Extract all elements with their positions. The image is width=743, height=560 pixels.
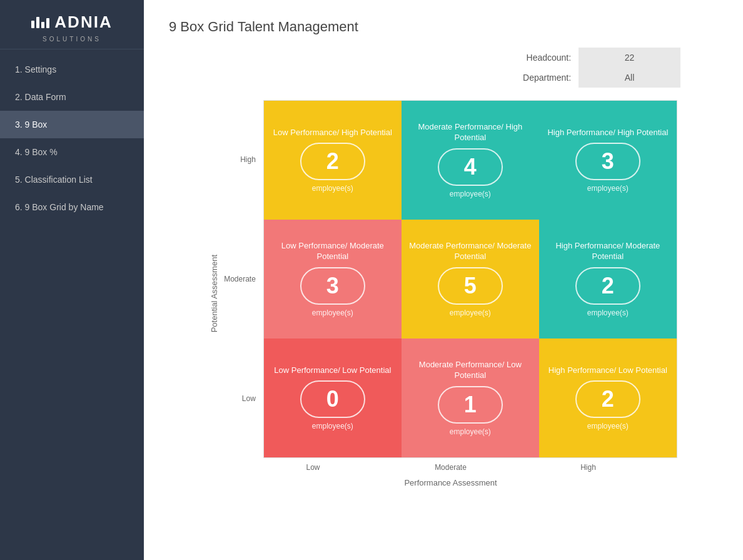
- nine-box-grid: Low Performance/ High Potential2employee…: [263, 100, 677, 458]
- cell-count: 3: [326, 275, 339, 297]
- y-labels-and-grid: HighModerateLow Low Performance/ High Po…: [224, 100, 677, 458]
- cell-count: 2: [602, 388, 614, 410]
- cell-employee-label: employee(s): [587, 422, 629, 430]
- cell-employee-label: employee(s): [312, 422, 353, 430]
- sidebar-item-data-form[interactable]: 2. Data Form: [0, 83, 144, 111]
- department-value: All: [579, 68, 680, 88]
- cell-count: 3: [602, 150, 614, 173]
- y-tick-high: High: [224, 100, 258, 220]
- department-label: Department:: [493, 68, 579, 88]
- cell-count-pill: 0: [300, 380, 365, 418]
- cell-title: High Performance/ Low Potential: [548, 365, 667, 376]
- cell-employee-label: employee(s): [587, 308, 629, 317]
- grid-cell-1[interactable]: Moderate Performance/ High Potential4emp…: [402, 101, 539, 220]
- cell-title: Moderate Performance/ Low Potential: [409, 360, 532, 381]
- sidebar-item-settings[interactable]: 1. Settings: [0, 56, 144, 83]
- cell-count-pill: 2: [575, 267, 640, 305]
- cell-title: Moderate Performance/ Moderate Potential: [409, 241, 532, 262]
- grid-cell-3[interactable]: Low Performance/ Moderate Potential3empl…: [264, 220, 402, 339]
- sidebar-item-9box[interactable]: 3. 9 Box: [0, 111, 144, 138]
- cell-count: 2: [602, 275, 614, 297]
- headcount-label: Headcount:: [493, 48, 579, 68]
- cell-employee-label: employee(s): [450, 308, 491, 317]
- y-tick-moderate: Moderate: [224, 220, 258, 339]
- cell-employee-label: employee(s): [312, 308, 353, 317]
- cell-title: Low Performance/ Low Potential: [274, 365, 391, 376]
- bar2: [36, 17, 39, 28]
- grid-cell-6[interactable]: Low Performance/ Low Potential0employee(…: [264, 339, 402, 457]
- cell-title: Low Performance/ High Potential: [273, 128, 392, 138]
- cell-count-pill: 5: [438, 267, 503, 305]
- grid-cell-5[interactable]: High Performance/ Moderate Potential2emp…: [539, 220, 677, 339]
- cell-title: High Performance/ Moderate Potential: [547, 241, 669, 262]
- sidebar-item-9box-pct[interactable]: 4. 9 Box %: [0, 138, 144, 166]
- cell-count-pill: 3: [575, 143, 640, 180]
- cell-count-pill: 4: [438, 148, 503, 186]
- x-tick-high: High: [519, 463, 657, 472]
- grid-cell-4[interactable]: Moderate Performance/ Moderate Potential…: [402, 220, 539, 339]
- cell-count: 2: [326, 150, 339, 173]
- sidebar-item-9box-name[interactable]: 6. 9 Box Grid by Name: [0, 193, 144, 221]
- grid-cell-2[interactable]: High Performance/ High Potential3employe…: [539, 101, 677, 220]
- cell-count-pill: 2: [575, 380, 640, 418]
- cell-employee-label: employee(s): [312, 184, 353, 193]
- x-tick-low: Low: [244, 463, 382, 472]
- x-tick-labels: LowModerateHigh: [244, 463, 657, 472]
- logo-bars: [31, 17, 49, 28]
- cell-count: 5: [464, 275, 477, 297]
- cell-employee-label: employee(s): [587, 184, 629, 193]
- sidebar-nav: 1. Settings2. Data Form3. 9 Box4. 9 Box …: [0, 56, 144, 221]
- bar3: [41, 22, 44, 28]
- main-content: 9 Box Grid Talent Management Headcount: …: [144, 0, 743, 560]
- cell-count: 0: [326, 388, 339, 410]
- y-tick-low: Low: [224, 339, 258, 458]
- sidebar: ADNIA SOLUTIONS 1. Settings2. Data Form3…: [0, 0, 144, 560]
- grid-cell-7[interactable]: Moderate Performance/ Low Potential1empl…: [402, 339, 539, 457]
- cell-title: Low Performance/ Moderate Potential: [271, 241, 394, 262]
- logo-area: ADNIA SOLUTIONS: [0, 0, 144, 49]
- page-title: 9 Box Grid Talent Management: [169, 19, 718, 35]
- cell-count: 1: [464, 394, 477, 416]
- cell-count-pill: 3: [300, 267, 365, 305]
- cell-count-pill: 1: [438, 386, 503, 424]
- cell-title: High Performance/ High Potential: [547, 128, 668, 138]
- logo-text: ADNIA: [54, 13, 112, 32]
- logo-sub: SOLUTIONS: [43, 36, 101, 43]
- cell-employee-label: employee(s): [450, 190, 491, 198]
- x-axis-label: Performance Assessment: [244, 478, 657, 487]
- grid-container: HighModerateLow Low Performance/ High Po…: [224, 100, 677, 487]
- grid-cell-8[interactable]: High Performance/ Low Potential2employee…: [539, 339, 677, 457]
- logo-icon: ADNIA: [31, 13, 112, 32]
- cell-count: 4: [464, 156, 477, 178]
- headcount-value: 22: [579, 48, 680, 68]
- cell-employee-label: employee(s): [450, 427, 491, 436]
- grid-wrapper: Potential Assessment HighModerateLow Low…: [169, 100, 718, 487]
- y-axis-label: Potential Assessment: [210, 255, 219, 332]
- sidebar-item-classification-list[interactable]: 5. Classification List: [0, 166, 144, 193]
- cell-count-pill: 2: [300, 143, 365, 180]
- bar4: [46, 18, 49, 28]
- x-tick-moderate: Moderate: [382, 463, 519, 472]
- bar1: [31, 21, 34, 28]
- grid-cell-0[interactable]: Low Performance/ High Potential2employee…: [264, 101, 402, 220]
- stats-table: Headcount: 22 Department: All: [493, 48, 680, 88]
- y-tick-labels: HighModerateLow: [224, 100, 258, 458]
- cell-title: Moderate Performance/ High Potential: [409, 122, 532, 143]
